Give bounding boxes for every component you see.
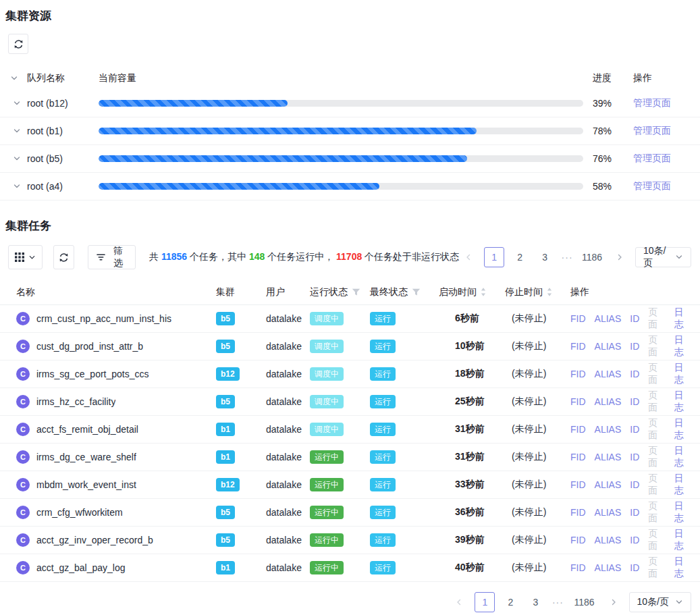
fid-link[interactable]: FID [570,424,586,435]
ops-header: 操作 [570,286,691,298]
id-link[interactable]: ID [630,369,639,379]
final-status-badge: 运行 [370,340,396,353]
refresh-tasks-button[interactable] [53,245,74,269]
fid-link[interactable]: FID [570,452,586,462]
page-button-2[interactable]: 2 [501,592,520,612]
log-link[interactable]: 日志 [674,417,691,442]
log-link[interactable]: 日志 [674,306,691,331]
page-ellipsis[interactable]: ··· [551,597,564,608]
log-link[interactable]: 日志 [674,556,691,580]
run-status-badge: 调度中 [310,423,344,436]
run-status-badge: 运行中 [310,533,344,547]
alias-link[interactable]: ALIAS [595,313,622,324]
id-link[interactable]: ID [630,479,639,490]
chevron-left-icon [455,598,463,606]
progress-percent: 39% [585,98,633,109]
alias-link[interactable]: ALIAS [595,535,622,545]
start-time: 33秒前 [439,479,505,491]
fid-link[interactable]: FID [570,535,586,545]
chevron-down-icon[interactable] [12,182,22,191]
log-link[interactable]: 日志 [674,473,691,497]
cluster-badge: b5 [216,340,235,353]
chevron-down-icon[interactable] [12,154,22,163]
page-button-2[interactable]: 2 [510,247,529,267]
sorter-icon[interactable] [547,288,552,296]
stop-time: (未停止) [505,534,570,546]
chevron-down-icon[interactable] [9,74,19,83]
task-user: datalake [266,313,310,324]
page-button-3[interactable]: 3 [535,247,554,267]
page-size-select[interactable]: 10条/页 [635,247,691,267]
log-link[interactable]: 日志 [674,334,691,358]
page-link-disabled: 页面 [648,528,665,552]
columns-dropdown-button[interactable] [8,245,43,269]
manage-page-link[interactable]: 管理页面 [633,153,691,165]
alias-link[interactable]: ALIAS [595,369,622,379]
fid-link[interactable]: FID [570,369,586,379]
task-name: irms_sg_ce_port_pots_ccs [36,369,149,379]
cluster-badge: b1 [216,561,235,574]
run-status-header: 运行状态 [310,286,370,298]
id-link[interactable]: ID [630,507,639,518]
refresh-resources-button[interactable] [8,34,28,54]
log-link[interactable]: 日志 [674,362,691,386]
fid-link[interactable]: FID [570,562,586,573]
alias-link[interactable]: ALIAS [595,424,622,435]
fid-link[interactable]: FID [570,341,586,352]
alias-link[interactable]: ALIAS [595,507,622,518]
chevron-down-icon[interactable] [12,99,22,108]
running-task-count: 148 [249,251,265,262]
fid-link[interactable]: FID [570,507,586,518]
next-page-button[interactable] [604,592,623,612]
task-avatar: C [16,533,30,547]
cluster-header: 集群 [216,286,266,298]
task-name: acct_gz_inv_oper_record_b [36,535,153,545]
task-name: crm_cust_np_acc_num_inst_his [36,313,171,324]
page-ellipsis[interactable]: ··· [560,252,574,263]
filter-button[interactable]: 筛选 [88,245,136,269]
alias-link[interactable]: ALIAS [595,341,622,352]
alias-link[interactable]: ALIAS [595,452,622,462]
alias-link[interactable]: ALIAS [595,479,622,490]
fid-link[interactable]: FID [570,313,586,324]
cluster-badge: b5 [216,533,235,547]
fid-link[interactable]: FID [570,479,586,490]
prev-page-button[interactable] [459,247,478,267]
task-row: C acct_gz_inv_oper_record_b b5 datalake … [0,527,700,554]
id-link[interactable]: ID [630,396,639,407]
alias-link[interactable]: ALIAS [595,562,622,573]
chevron-down-icon[interactable] [12,126,22,136]
id-link[interactable]: ID [630,424,639,435]
page-button-last[interactable]: 1186 [580,247,604,267]
page-size-select[interactable]: 10条/页 [629,592,691,612]
funnel-filter-icon[interactable] [412,288,421,296]
fid-link[interactable]: FID [570,396,586,407]
pagination-bottom: 123 ··· 1186 10条/页 [450,592,691,612]
id-link[interactable]: ID [630,341,639,352]
funnel-filter-icon[interactable] [352,288,360,296]
log-link[interactable]: 日志 [674,500,691,525]
cluster-badge: b1 [216,450,235,464]
log-link[interactable]: 日志 [674,390,691,414]
next-page-button[interactable] [610,247,629,267]
stop-time-header-label: 停止时间 [505,286,543,298]
sorter-icon[interactable] [481,288,486,296]
manage-page-link[interactable]: 管理页面 [633,125,691,137]
alias-link[interactable]: ALIAS [595,396,622,407]
page-button-1[interactable]: 1 [484,247,504,267]
manage-page-link[interactable]: 管理页面 [633,180,691,192]
nonrunning-task-count: 11708 [336,251,362,262]
page-link-disabled: 页面 [648,362,665,386]
prev-page-button[interactable] [450,592,468,612]
log-link[interactable]: 日志 [674,528,691,552]
page-button-1[interactable]: 1 [475,592,495,612]
id-link[interactable]: ID [630,562,639,573]
id-link[interactable]: ID [630,535,639,545]
page-button-3[interactable]: 3 [526,592,545,612]
manage-page-link[interactable]: 管理页面 [633,97,691,109]
id-link[interactable]: ID [630,313,639,324]
id-link[interactable]: ID [630,452,639,462]
page-button-last[interactable]: 1186 [570,592,597,612]
page-size-label: 10条/页 [643,245,669,269]
log-link[interactable]: 日志 [674,445,691,469]
